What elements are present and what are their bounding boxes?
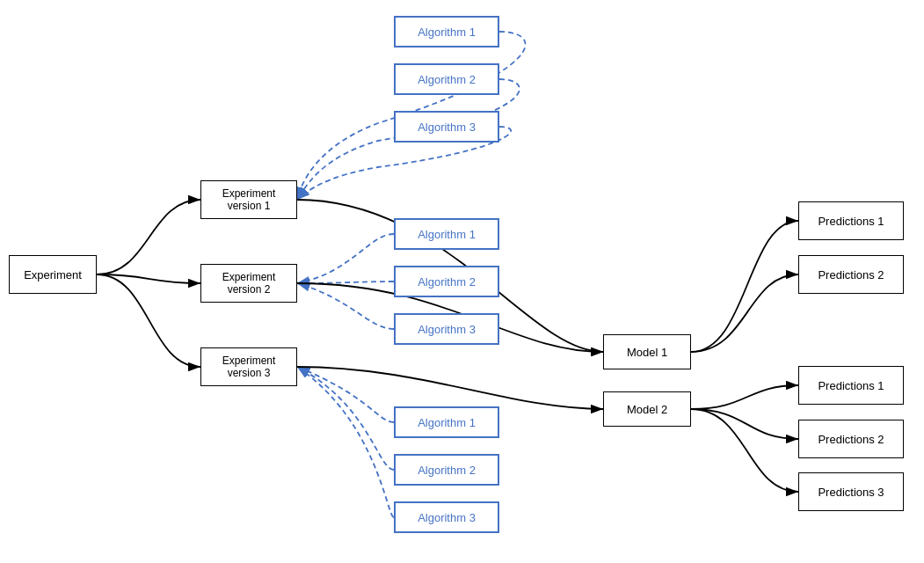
exp-version-1-node: Experiment version 1: [200, 180, 297, 219]
alg3-group1-node: Algorithm 3: [394, 111, 499, 143]
experiment-node: Experiment: [9, 255, 97, 294]
predictions1-model1-node: Predictions 1: [798, 201, 904, 240]
exp-version-2-node: Experiment version 2: [200, 264, 297, 303]
predictions2-model2-node: Predictions 2: [798, 420, 904, 458]
alg3-group3-node: Algorithm 3: [394, 501, 499, 533]
predictions1-model2-node: Predictions 1: [798, 366, 904, 405]
exp-version-3-node: Experiment version 3: [200, 347, 297, 386]
predictions2-model1-node: Predictions 2: [798, 255, 904, 294]
model1-node: Model 1: [603, 334, 691, 369]
alg2-group3-node: Algorithm 2: [394, 454, 499, 486]
alg2-group1-node: Algorithm 2: [394, 63, 499, 95]
alg2-group2-node: Algorithm 2: [394, 266, 499, 297]
alg3-group2-node: Algorithm 3: [394, 313, 499, 345]
model2-node: Model 2: [603, 391, 691, 427]
alg1-group1-node: Algorithm 1: [394, 16, 499, 48]
predictions3-model2-node: Predictions 3: [798, 472, 904, 511]
alg1-group2-node: Algorithm 1: [394, 218, 499, 250]
alg1-group3-node: Algorithm 1: [394, 406, 499, 438]
